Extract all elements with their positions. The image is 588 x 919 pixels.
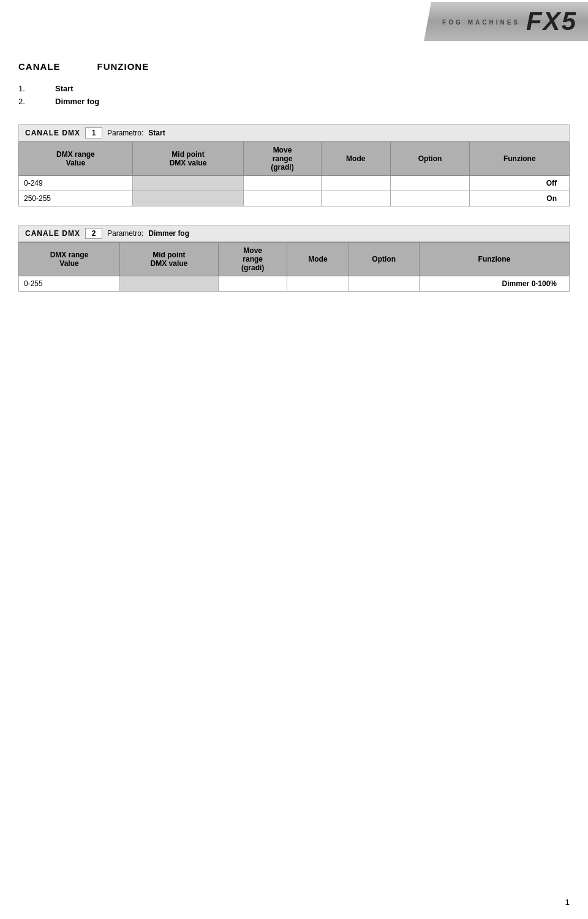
table2: DMX range Value Mid point DMX value Move…	[18, 242, 570, 292]
fog-machines-text: fog machines	[442, 17, 520, 26]
td-mid-point-1-2	[132, 191, 243, 206]
th-move-range-1: Move range (gradi)	[244, 142, 322, 176]
canale-dmx-bar-1: CANALE DMX 1 Parametro: Start	[18, 124, 570, 142]
td-mode-2-1	[287, 276, 349, 292]
th-mid-point-2: Mid point DMX value	[120, 243, 219, 276]
td-funzione-1-1: Off	[470, 176, 570, 191]
page-number: 1	[565, 898, 570, 907]
td-dmx-range-1-1: 0-249	[19, 176, 133, 191]
td-move-range-1-2	[244, 191, 322, 206]
td-mid-point-2-1	[120, 276, 219, 292]
canale-dmx-number-1: 1	[85, 127, 102, 138]
th-option-2: Option	[349, 243, 419, 276]
table2-block: CANALE DMX 2 Parametro: Dimmer fog DMX r…	[18, 225, 570, 292]
list-item: 1. Start	[18, 84, 570, 93]
th-dmx-range-1: DMX range Value	[19, 142, 133, 176]
td-funzione-2-1: Dimmer 0-100%	[419, 276, 569, 292]
item-name-2: Dimmer fog	[55, 97, 99, 106]
main-content: CANALE FUNZIONE 1. Start 2. Dimmer fog C…	[0, 0, 588, 335]
funzione-heading: FUNZIONE	[97, 61, 149, 72]
table-row: 0-249 Off	[19, 176, 570, 191]
table-row: 0-255 Dimmer 0-100%	[19, 276, 570, 292]
th-move-range-2: Move range (gradi)	[218, 243, 287, 276]
td-move-range-2-1	[218, 276, 287, 292]
item-num-1: 1.	[18, 84, 49, 93]
td-funzione-1-2: On	[470, 191, 570, 206]
parametro-label-2: Parametro:	[107, 229, 143, 238]
canale-heading: CANALE	[18, 61, 61, 72]
td-option-2-1	[349, 276, 419, 292]
td-dmx-range-1-2: 250-255	[19, 191, 133, 206]
canale-dmx-label-1: CANALE DMX	[25, 129, 80, 137]
header-banner: fog machines FX5	[424, 2, 588, 41]
item-num-2: 2.	[18, 97, 49, 106]
th-option-1: Option	[390, 142, 470, 176]
td-mode-1-1	[321, 176, 390, 191]
th-funzione-1: Funzione	[470, 142, 570, 176]
td-mid-point-1-1	[132, 176, 243, 191]
item-name-1: Start	[55, 84, 74, 93]
parametro-value-2: Dimmer fog	[148, 229, 189, 238]
parametro-label-1: Parametro:	[107, 129, 143, 137]
canale-dmx-label-2: CANALE DMX	[25, 229, 80, 238]
td-option-1-2	[390, 191, 470, 206]
th-dmx-range-2: DMX range Value	[19, 243, 120, 276]
canale-dmx-number-2: 2	[85, 228, 102, 239]
table1-block: CANALE DMX 1 Parametro: Start DMX range …	[18, 124, 570, 206]
th-mode-2: Mode	[287, 243, 349, 276]
fx5-logo: FX5	[526, 7, 577, 36]
table1: DMX range Value Mid point DMX value Move…	[18, 142, 570, 206]
parametro-value-1: Start	[148, 129, 165, 137]
th-mode-1: Mode	[321, 142, 390, 176]
canale-dmx-bar-2: CANALE DMX 2 Parametro: Dimmer fog	[18, 225, 570, 242]
items-list: 1. Start 2. Dimmer fog	[18, 84, 570, 106]
td-mode-1-2	[321, 191, 390, 206]
th-funzione-2: Funzione	[419, 243, 569, 276]
th-mid-point-1: Mid point DMX value	[132, 142, 243, 176]
td-move-range-1-1	[244, 176, 322, 191]
header: fog machines FX5	[392, 0, 588, 43]
table-row: 250-255 On	[19, 191, 570, 206]
section-header: CANALE FUNZIONE	[18, 61, 570, 72]
td-option-1-1	[390, 176, 470, 191]
td-dmx-range-2-1: 0-255	[19, 276, 120, 292]
list-item: 2. Dimmer fog	[18, 97, 570, 106]
